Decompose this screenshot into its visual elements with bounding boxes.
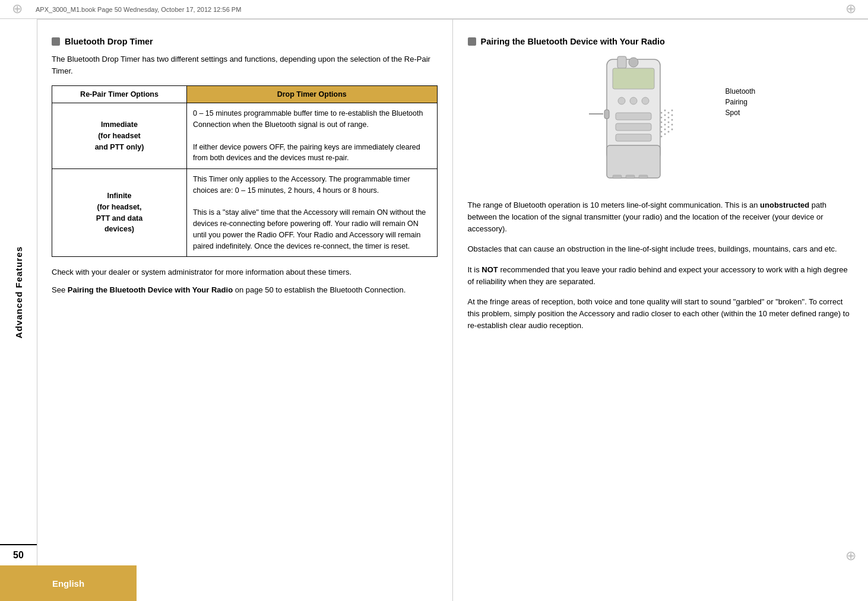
row2-label: Infinite(for headset,PTT and datadevices… <box>52 169 187 257</box>
svg-point-21 <box>671 110 673 112</box>
reg-mark-tl: ⊕ <box>12 2 23 15</box>
svg-point-3 <box>629 58 638 67</box>
right-column: Pairing the Bluetooth Device with Your R… <box>453 19 869 601</box>
table-header-col1: Re-Pair Timer Options <box>52 86 187 103</box>
svg-point-15 <box>664 133 666 135</box>
svg-point-5 <box>661 117 663 119</box>
right-para4: At the fringe areas of reception, both v… <box>468 296 854 332</box>
svg-point-7 <box>661 126 663 128</box>
svg-point-32 <box>642 97 649 104</box>
right-heading-text: Pairing the Bluetooth Device with Your R… <box>481 37 665 46</box>
sidebar: Advanced Features <box>0 19 37 565</box>
svg-rect-36 <box>616 123 651 131</box>
svg-rect-26 <box>607 145 660 178</box>
svg-point-31 <box>630 97 637 104</box>
bluetooth-pairing-icon <box>468 37 476 46</box>
svg-rect-33 <box>604 110 609 119</box>
bottom-note1: Check with your dealer or system adminis… <box>52 266 438 278</box>
svg-rect-35 <box>616 113 651 120</box>
header-text: APX_3000_M1.book Page 50 Wednesday, Octo… <box>36 6 241 13</box>
svg-point-9 <box>661 136 663 138</box>
table-row: Infinite(for headset,PTT and datadevices… <box>52 169 438 257</box>
bottom-note2: See Pairing the Bluetooth Device with Yo… <box>52 284 438 296</box>
svg-point-25 <box>671 129 673 131</box>
svg-point-30 <box>618 97 625 104</box>
svg-point-13 <box>664 124 666 126</box>
pairing-link: Pairing the Bluetooth Device with Your R… <box>68 285 233 294</box>
page-header: APX_3000_M1.book Page 50 Wednesday, Octo… <box>0 0 868 19</box>
svg-rect-1 <box>617 56 626 68</box>
svg-rect-27 <box>613 175 622 179</box>
page-number-box: 50 <box>0 544 37 565</box>
svg-point-19 <box>668 126 670 128</box>
row1-content: 0 – 15 minutes programmable buffer time … <box>186 103 437 169</box>
svg-point-4 <box>661 112 663 114</box>
svg-point-6 <box>661 122 663 123</box>
svg-point-17 <box>668 117 670 119</box>
bluetooth-label-text: BluetoothPairingSpot <box>726 87 756 117</box>
table-row: Immediate(for headsetand PTT only) 0 – 1… <box>52 103 438 169</box>
main-content: Bluetooth Drop Timer The Bluetooth Drop … <box>37 19 868 601</box>
bluetooth-pairing-label: BluetoothPairingSpot <box>726 86 756 118</box>
svg-rect-2 <box>613 68 654 89</box>
left-section-heading: Bluetooth Drop Timer <box>52 37 438 46</box>
reg-mark-tr: ⊕ <box>845 2 856 15</box>
drop-timer-table: Re-Pair Timer Options Drop Timer Options… <box>52 85 438 257</box>
svg-point-18 <box>668 122 670 123</box>
left-heading-text: Bluetooth Drop Timer <box>65 37 153 46</box>
svg-rect-29 <box>639 175 648 179</box>
svg-point-23 <box>671 119 673 121</box>
device-image-container: BluetoothPairingSpot <box>565 53 755 190</box>
svg-point-20 <box>668 131 670 133</box>
sidebar-label: Advanced Features <box>14 246 24 338</box>
row1-label: Immediate(for headsetand PTT only) <box>52 103 187 169</box>
page-number: 50 <box>13 550 24 561</box>
right-para2: Obstacles that can cause an obstruction … <box>468 243 854 255</box>
svg-rect-37 <box>616 134 651 141</box>
svg-point-11 <box>664 115 666 116</box>
svg-point-16 <box>668 112 670 114</box>
svg-rect-28 <box>626 175 635 179</box>
svg-point-24 <box>671 124 673 126</box>
unobstructed-bold: unobstructed <box>760 201 809 209</box>
svg-point-12 <box>664 119 666 121</box>
right-section-heading: Pairing the Bluetooth Device with Your R… <box>468 37 854 46</box>
left-column: Bluetooth Drop Timer The Bluetooth Drop … <box>37 19 453 601</box>
radio-device-svg <box>577 53 696 187</box>
left-intro-para: The Bluetooth Drop Timer has two differe… <box>52 53 438 77</box>
not-bold: NOT <box>481 265 498 274</box>
svg-point-10 <box>664 110 666 112</box>
right-para1: The range of Bluetooth operation is 10 m… <box>468 199 854 235</box>
svg-point-14 <box>664 129 666 131</box>
right-para3: It is NOT recommended that you leave you… <box>468 264 854 288</box>
svg-point-22 <box>671 115 673 116</box>
bluetooth-icon <box>52 37 60 46</box>
svg-point-8 <box>661 131 663 133</box>
row2-content: This Timer only applies to the Accessory… <box>186 169 437 257</box>
table-header-col2: Drop Timer Options <box>186 86 437 103</box>
